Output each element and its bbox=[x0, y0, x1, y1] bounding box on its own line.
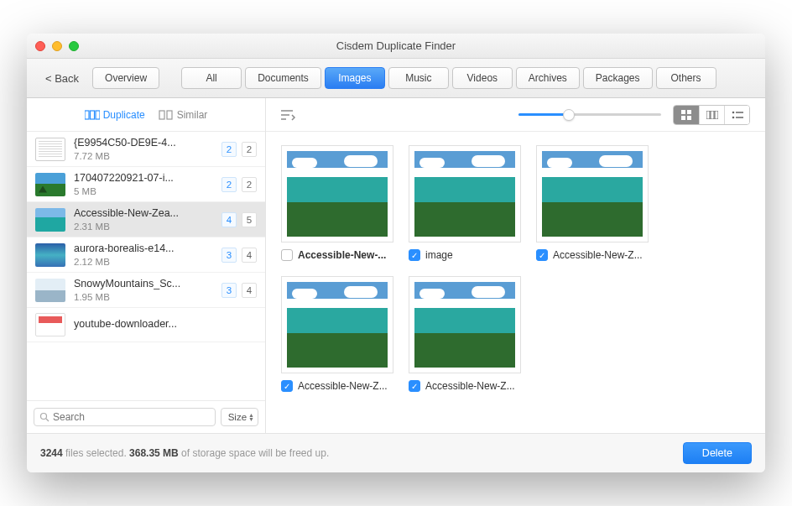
list-item[interactable]: 170407220921-07-i... 5 MB 2 2 bbox=[27, 167, 265, 202]
checkbox[interactable]: ✓ bbox=[536, 249, 548, 261]
checkbox[interactable] bbox=[281, 249, 293, 261]
grid-item-name: Accessible-New-Z... bbox=[298, 380, 388, 392]
sort-options-button[interactable] bbox=[281, 109, 296, 121]
zoom-slider[interactable] bbox=[518, 113, 661, 116]
grid-thumbnail bbox=[409, 276, 521, 373]
grid-thumbnail bbox=[409, 145, 521, 243]
selected-count: 4 bbox=[221, 212, 237, 227]
view-columns-button[interactable] bbox=[699, 106, 724, 124]
selected-count: 2 bbox=[221, 177, 237, 192]
grid-item-name: Accessible-New-Z... bbox=[425, 380, 515, 392]
titlebar: Cisdem Duplicate Finder bbox=[27, 34, 765, 59]
tab-others[interactable]: Others bbox=[656, 67, 716, 89]
stepper-icon: ▲▼ bbox=[248, 413, 254, 421]
view-switcher bbox=[673, 105, 750, 125]
sort-dropdown-label: Size bbox=[228, 412, 247, 422]
footer-text: of storage space will be freed up. bbox=[179, 447, 329, 459]
toolbar: < Back Overview All Documents Images Mus… bbox=[27, 59, 765, 98]
sub-tab-duplicate[interactable]: Duplicate bbox=[85, 109, 145, 121]
svg-rect-15 bbox=[711, 111, 714, 119]
thumbnails-grid: Accessible-New-... ✓ image ✓ Accessible-… bbox=[266, 132, 765, 433]
svg-rect-3 bbox=[159, 111, 164, 119]
duplicate-groups-list[interactable]: {E9954C50-DE9E-4... 7.72 MB 2 2 17040722… bbox=[27, 132, 265, 400]
svg-rect-11 bbox=[687, 110, 691, 114]
list-item[interactable]: aurora-borealis-e14... 2.12 MB 3 4 bbox=[27, 237, 265, 273]
tab-music[interactable]: Music bbox=[388, 67, 449, 89]
list-item[interactable]: Accessible-New-Zea... 2.31 MB 4 5 bbox=[27, 202, 265, 237]
svg-point-17 bbox=[732, 111, 734, 113]
list-item-size: 5 MB bbox=[74, 186, 213, 196]
total-count: 2 bbox=[242, 142, 257, 157]
thumbnail bbox=[35, 243, 65, 267]
grid-item[interactable]: ✓ Accessible-New-Z... bbox=[409, 276, 521, 392]
app-window: Cisdem Duplicate Finder < Back Overview … bbox=[27, 34, 765, 472]
selected-count: 3 bbox=[221, 248, 237, 263]
overview-button[interactable]: Overview bbox=[92, 67, 159, 89]
footer-text: files selected. bbox=[63, 447, 129, 459]
svg-rect-12 bbox=[681, 116, 685, 120]
tab-documents[interactable]: Documents bbox=[245, 67, 321, 89]
grid-thumbnail bbox=[281, 276, 393, 373]
grid-item[interactable]: ✓ Accessible-New-Z... bbox=[281, 276, 393, 392]
similar-icon bbox=[159, 110, 174, 120]
grid-item-name: Accessible-New-Z... bbox=[553, 249, 643, 261]
thumbnail bbox=[35, 138, 65, 161]
svg-rect-13 bbox=[687, 116, 691, 120]
svg-rect-14 bbox=[706, 111, 710, 119]
svg-rect-10 bbox=[681, 110, 685, 114]
list-item-name: aurora-borealis-e14... bbox=[74, 243, 213, 254]
list-item-name: 170407220921-07-i... bbox=[74, 172, 213, 184]
tab-videos[interactable]: Videos bbox=[452, 67, 513, 89]
delete-button[interactable]: Delete bbox=[683, 442, 752, 464]
zoom-slider-thumb[interactable] bbox=[563, 109, 575, 121]
search-field[interactable] bbox=[34, 408, 216, 426]
total-count: 4 bbox=[242, 283, 257, 298]
view-grid-button[interactable] bbox=[674, 106, 699, 124]
selected-count: 3 bbox=[221, 283, 237, 298]
tab-packages[interactable]: Packages bbox=[583, 67, 653, 89]
thumbnail bbox=[35, 313, 65, 336]
list-item[interactable]: youtube-downloader... bbox=[27, 308, 265, 342]
svg-point-5 bbox=[41, 414, 47, 420]
grid-item[interactable]: Accessible-New-... bbox=[281, 145, 393, 261]
thumbnail bbox=[35, 279, 65, 302]
sub-tab-similar[interactable]: Similar bbox=[159, 109, 208, 121]
svg-point-19 bbox=[732, 116, 734, 118]
list-item-name: Accessible-New-Zea... bbox=[74, 207, 213, 219]
back-button[interactable]: < Back bbox=[40, 69, 84, 88]
search-input[interactable] bbox=[53, 411, 210, 423]
tab-images[interactable]: Images bbox=[325, 67, 385, 89]
list-item-name: {E9954C50-DE9E-4... bbox=[74, 137, 213, 149]
svg-rect-2 bbox=[96, 111, 100, 119]
list-item-size: 7.72 MB bbox=[74, 151, 213, 161]
grid-item[interactable]: ✓ Accessible-New-Z... bbox=[536, 145, 649, 261]
footer-freed-size: 368.35 MB bbox=[129, 447, 179, 459]
list-item-name: youtube-downloader... bbox=[74, 318, 257, 330]
checkbox[interactable]: ✓ bbox=[409, 249, 420, 261]
category-tabs: All Documents Images Music Videos Archiv… bbox=[181, 67, 716, 89]
sub-tab-duplicate-label: Duplicate bbox=[103, 109, 145, 121]
duplicate-icon bbox=[85, 110, 100, 120]
checkbox[interactable]: ✓ bbox=[281, 380, 293, 392]
grid-item[interactable]: ✓ image bbox=[409, 145, 521, 261]
list-item[interactable]: {E9954C50-DE9E-4... 7.72 MB 2 2 bbox=[27, 132, 265, 167]
search-icon bbox=[39, 412, 50, 422]
tab-archives[interactable]: Archives bbox=[516, 67, 580, 89]
checkbox[interactable]: ✓ bbox=[409, 380, 420, 392]
svg-rect-0 bbox=[85, 111, 89, 119]
list-item-size: 2.31 MB bbox=[74, 222, 213, 232]
sidebar: Duplicate Similar {E9954C50-DE9E-4... 7.… bbox=[27, 98, 266, 433]
list-item-size: 1.95 MB bbox=[74, 292, 213, 302]
view-list-button[interactable] bbox=[724, 106, 749, 124]
tab-all[interactable]: All bbox=[181, 67, 242, 89]
list-item[interactable]: SnowyMountains_Sc... 1.95 MB 3 4 bbox=[27, 273, 265, 308]
footer: 3244 files selected. 368.35 MB of storag… bbox=[27, 434, 765, 472]
selected-count: 2 bbox=[221, 142, 237, 157]
grid-item-name: Accessible-New-... bbox=[298, 249, 386, 261]
grid-thumbnail bbox=[536, 145, 649, 243]
sort-dropdown[interactable]: Size ▲▼ bbox=[221, 408, 258, 426]
svg-rect-16 bbox=[715, 111, 718, 119]
thumbnail bbox=[35, 208, 65, 232]
window-title: Cisdem Duplicate Finder bbox=[27, 39, 765, 52]
grid-thumbnail bbox=[281, 145, 393, 243]
